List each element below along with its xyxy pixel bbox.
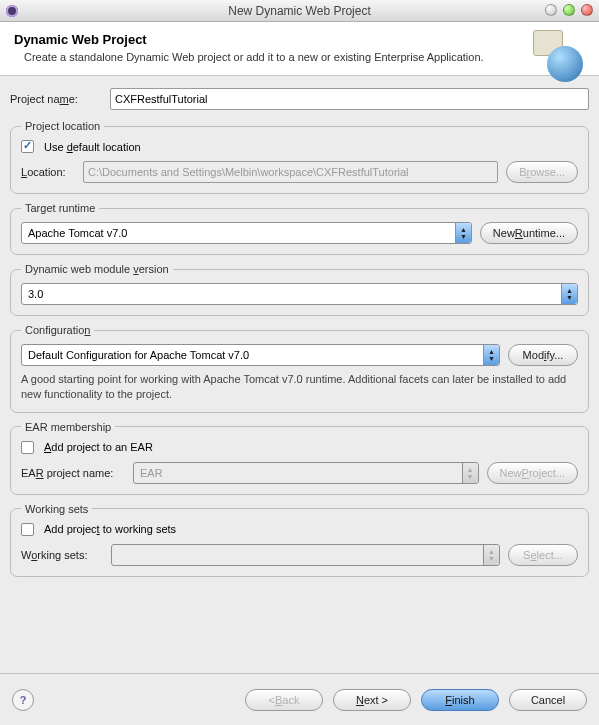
module-version-legend: Dynamic web module version (21, 263, 173, 275)
working-sets-group: Working sets Add project to working sets… (10, 503, 589, 577)
module-version-value: 3.0 (28, 288, 43, 300)
globe-icon (547, 46, 583, 82)
project-location-legend: Project location (21, 120, 104, 132)
configuration-hint: A good starting point for working with A… (21, 372, 578, 402)
add-to-working-sets-label: Add project to working sets (44, 523, 176, 535)
modify-button[interactable]: Modify... (508, 344, 578, 366)
target-runtime-group: Target runtime Apache Tomcat v7.0 New Ru… (10, 202, 589, 255)
location-input (83, 161, 498, 183)
configuration-value: Default Configuration for Apache Tomcat … (28, 349, 249, 361)
chevron-up-down-icon (483, 345, 499, 365)
module-version-group: Dynamic web module version 3.0 (10, 263, 589, 316)
configuration-select[interactable]: Default Configuration for Apache Tomcat … (21, 344, 500, 366)
eclipse-icon (6, 5, 18, 17)
chevron-up-down-icon (462, 463, 478, 483)
ear-project-name-value: EAR (140, 467, 163, 479)
finish-button[interactable]: Finish (421, 689, 499, 711)
configuration-legend: Configuration (21, 324, 94, 336)
use-default-location-label: Use default location (44, 141, 141, 153)
add-to-working-sets-checkbox[interactable] (21, 523, 34, 536)
wizard-header: Dynamic Web Project Create a standalone … (0, 22, 599, 76)
window-titlebar: New Dynamic Web Project (0, 0, 599, 22)
back-button: < Back (245, 689, 323, 711)
wizard-description: Create a standalone Dynamic Web project … (24, 51, 585, 63)
add-to-ear-label: Add project to an EAR (44, 441, 153, 453)
target-runtime-select[interactable]: Apache Tomcat v7.0 (21, 222, 472, 244)
new-ear-project-button: New Project... (487, 462, 578, 484)
window-title: New Dynamic Web Project (0, 4, 599, 18)
project-location-group: Project location Use default location Lo… (10, 120, 589, 194)
ear-membership-group: EAR membership Add project to an EAR EAR… (10, 421, 589, 495)
window-close-icon[interactable] (581, 4, 593, 16)
window-minimize-icon[interactable] (545, 4, 557, 16)
chevron-up-down-icon (561, 284, 577, 304)
next-button[interactable]: Next > (333, 689, 411, 711)
use-default-location-checkbox[interactable] (21, 140, 34, 153)
project-name-label: Project name: (10, 93, 110, 105)
window-controls (545, 4, 593, 16)
target-runtime-value: Apache Tomcat v7.0 (28, 227, 127, 239)
chevron-up-down-icon (455, 223, 471, 243)
window-zoom-icon[interactable] (563, 4, 575, 16)
help-icon[interactable]: ? (12, 689, 34, 711)
working-sets-select-button: Select... (508, 544, 578, 566)
configuration-group: Configuration Default Configuration for … (10, 324, 589, 413)
ear-project-name-select: EAR (133, 462, 479, 484)
wizard-body: Project name: Project location Use defau… (0, 76, 599, 593)
wizard-title: Dynamic Web Project (14, 32, 585, 47)
ear-membership-legend: EAR membership (21, 421, 115, 433)
ear-project-name-label: EAR project name: (21, 467, 133, 479)
cancel-button[interactable]: Cancel (509, 689, 587, 711)
working-sets-select (111, 544, 500, 566)
location-label: Location: (21, 166, 83, 178)
browse-button: Browse... (506, 161, 578, 183)
new-runtime-button[interactable]: New Runtime... (480, 222, 578, 244)
target-runtime-legend: Target runtime (21, 202, 99, 214)
working-sets-label: Working sets: (21, 549, 111, 561)
project-name-row: Project name: (10, 88, 589, 110)
add-to-ear-checkbox[interactable] (21, 441, 34, 454)
wizard-banner-icon (533, 28, 589, 84)
project-name-input[interactable] (110, 88, 589, 110)
module-version-select[interactable]: 3.0 (21, 283, 578, 305)
working-sets-legend: Working sets (21, 503, 92, 515)
chevron-up-down-icon (483, 545, 499, 565)
wizard-footer: ? < Back Next > Finish Cancel (0, 673, 599, 725)
